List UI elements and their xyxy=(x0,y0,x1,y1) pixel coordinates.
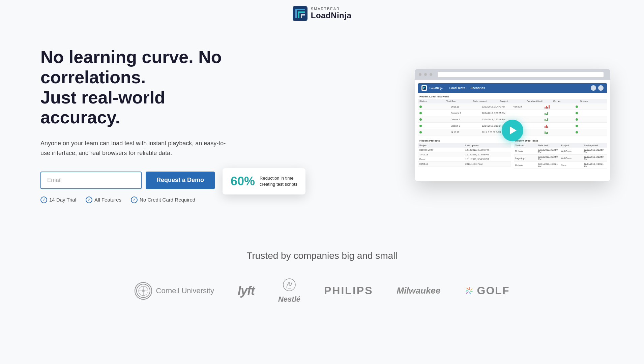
cornell-logo: Cornell University xyxy=(135,282,214,300)
browser-mockup: LoadNinja Load Tests Scenarios Recent Lo… xyxy=(415,69,610,181)
browser-dot-3 xyxy=(430,73,432,76)
logos-row: Cornell University lyft Nestlé PHILIPS M… xyxy=(34,278,610,304)
demo-button[interactable]: Request a Demo xyxy=(146,172,215,189)
logo-text: SMARTBEAR LoadNinja xyxy=(311,7,352,20)
lyft-logo: lyft xyxy=(238,284,255,298)
svg-rect-1 xyxy=(422,86,426,90)
email-input[interactable] xyxy=(40,172,142,189)
philips-text-label: PHILIPS xyxy=(324,284,373,297)
hero-subtext: Anyone on your team can load test with i… xyxy=(40,139,229,158)
logo[interactable]: SMARTBEAR LoadNinja xyxy=(293,6,352,21)
badge-features: ✓ All Features xyxy=(86,196,121,203)
cta-row: Request a Demo xyxy=(40,172,250,189)
dash-logo-mini xyxy=(421,85,427,91)
badge-trial: ✓ 14 Day Trial xyxy=(40,196,76,203)
dash-table-header-runs: Status Test Run Date created Project Dur… xyxy=(418,99,607,103)
dash-col-created: Date created xyxy=(473,100,498,102)
play-triangle-icon xyxy=(510,126,517,134)
milwaukee-text-label: Milwaukee xyxy=(397,285,440,296)
loadninja-label: LoadNinja xyxy=(311,11,352,20)
table-row: 06/04.19 2019, 1:46:17 AM xyxy=(418,162,511,166)
navbar: SMARTBEAR LoadNinja xyxy=(0,0,644,27)
trusted-section: Trusted by companies big and small Corne… xyxy=(0,223,644,324)
dash-section-projects: Recent Projects xyxy=(418,138,511,143)
table-row: Scenario 1 12/14/2019, 1:03:05 PM xyxy=(418,110,607,116)
table-row: Rebook 12/11/2019, 4:18:21 AM None 12/11… xyxy=(514,162,607,169)
hero-section: No learning curve. No correlations. Just… xyxy=(0,27,644,223)
dash-webtests-header: Test run Date last Project Last opened xyxy=(514,143,607,148)
browser-dot-2 xyxy=(424,73,427,76)
hero-headline: No learning curve. No correlations. Just… xyxy=(40,47,250,128)
table-row: 14/16.19 12/12/2019, 2:13:09 PM xyxy=(418,152,511,157)
loadninja-icon xyxy=(293,6,308,21)
trust-badges: ✓ 14 Day Trial ✓ All Features ✓ No Credi… xyxy=(40,196,250,203)
dash-brand: LoadNinja xyxy=(430,87,443,90)
dash-col-errors: Errors xyxy=(553,100,579,102)
stats-card: 60% Reduction in time creating test scri… xyxy=(223,168,305,194)
svg-point-4 xyxy=(142,290,145,292)
badge-features-label: All Features xyxy=(94,197,121,203)
cornell-text-label: Cornell University xyxy=(156,286,214,295)
nbc-peacock-icon xyxy=(464,286,474,296)
svg-rect-0 xyxy=(293,6,308,21)
browser-dot-1 xyxy=(419,73,421,76)
lyft-text-label: lyft xyxy=(238,284,255,298)
dash-header: LoadNinja Load Tests Scenarios xyxy=(418,83,607,93)
svg-point-6 xyxy=(288,282,290,284)
browser-content: LoadNinja Load Tests Scenarios Recent Lo… xyxy=(415,80,610,181)
dash-nav1[interactable]: Load Tests xyxy=(449,86,465,90)
badge-nocc-label: No Credit Card Required xyxy=(140,197,195,203)
table-row: Demo 12/11/2019, 5:34:35 PM xyxy=(418,157,511,162)
browser-url-bar xyxy=(438,72,604,77)
dash-section-webtests: Recent Web Tests xyxy=(514,138,607,143)
dash-section-load-runs: Recent Load Test Runs xyxy=(418,93,607,99)
dash-col-duration: Duration/Limit xyxy=(527,100,552,102)
dash-projects-header: Project Last opened xyxy=(418,143,511,148)
badge-no-cc: ✓ No Credit Card Required xyxy=(131,196,195,203)
stats-text-line2: creating test scripts xyxy=(260,182,297,187)
dash-nav2[interactable]: Scenarios xyxy=(471,86,485,90)
table-row: LogicApps 12/12/2019, 3:12:59 PM WebDemo… xyxy=(514,155,607,162)
golf-logo: GOLF xyxy=(464,284,510,297)
smartbear-label: SMARTBEAR xyxy=(311,7,352,11)
milwaukee-logo: Milwaukee xyxy=(397,285,440,296)
nestle-text-label: Nestlé xyxy=(278,295,300,304)
nestle-icon xyxy=(283,278,296,292)
stats-text: Reduction in time creating test scripts xyxy=(260,175,297,187)
check-icon-nocc: ✓ xyxy=(131,196,138,203)
table-row: Rebook 12/12/2019, 3:12:59 PM WebDemo 12… xyxy=(514,148,607,155)
badge-trial-label: 14 Day Trial xyxy=(49,197,76,203)
stats-text-line1: Reduction in time xyxy=(260,176,293,181)
trusted-title: Trusted by companies big and small xyxy=(34,250,610,261)
play-button[interactable] xyxy=(502,120,523,141)
table-row: 14/16.19 12/12/2019, 3:04:43 AM 48/63.29 xyxy=(418,103,607,110)
dash-col-status: Status xyxy=(419,100,445,102)
nestle-logo: Nestlé xyxy=(278,278,300,304)
check-icon-features: ✓ xyxy=(86,196,92,203)
browser-bar xyxy=(415,69,610,80)
dash-col-scores: Scores xyxy=(580,100,606,102)
cornell-seal-icon xyxy=(135,282,152,300)
stats-percent: 60% xyxy=(231,174,255,188)
philips-logo: PHILIPS xyxy=(324,284,373,297)
check-icon-trial: ✓ xyxy=(40,196,47,203)
golf-text-label: GOLF xyxy=(477,284,510,297)
hero-right: LoadNinja Load Tests Scenarios Recent Lo… xyxy=(250,69,610,181)
dash-col-testrun: Test Run xyxy=(446,100,471,102)
table-row: Rebook Demo 12/12/2019, 3:12:59 PM xyxy=(418,148,511,152)
svg-point-7 xyxy=(468,290,470,292)
hero-left: No learning curve. No correlations. Just… xyxy=(40,47,250,203)
dash-col-project: Project xyxy=(500,100,525,102)
